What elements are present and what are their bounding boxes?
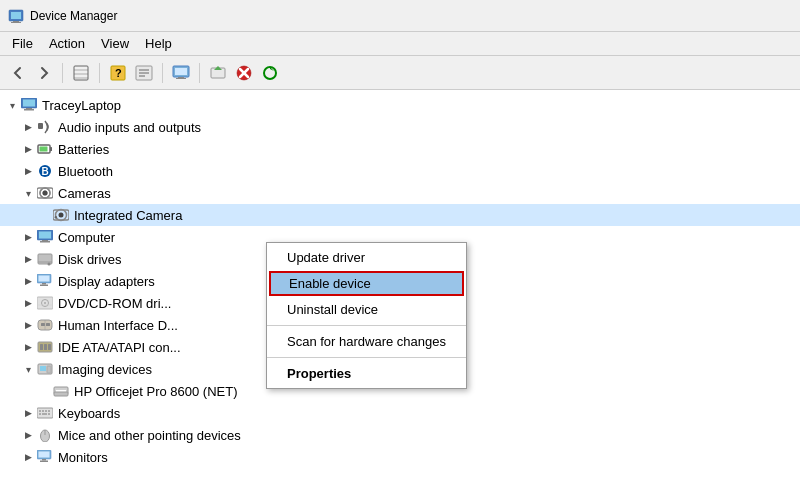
- icon-mouse: [36, 426, 54, 444]
- tree-item-mice[interactable]: ▶ Mice and other pointing devices: [0, 424, 800, 446]
- tree-label-imaging: Imaging devices: [58, 362, 152, 377]
- forward-button[interactable]: [32, 61, 56, 85]
- context-menu-scan[interactable]: Scan for hardware changes: [267, 329, 466, 354]
- toggle-hid[interactable]: ▶: [20, 317, 36, 333]
- toggle-mice[interactable]: ▶: [20, 427, 36, 443]
- context-menu-uninstall-device[interactable]: Uninstall device: [267, 297, 466, 322]
- svg-rect-80: [48, 413, 50, 415]
- toggle-monitors[interactable]: ▶: [20, 449, 36, 465]
- icon-bluetooth: B: [36, 162, 54, 180]
- svg-point-50: [48, 263, 51, 266]
- icon-keyboard: [36, 404, 54, 422]
- tree-label-hid: Human Interface D...: [58, 318, 178, 333]
- toggle-computer[interactable]: ▶: [20, 229, 36, 245]
- svg-text:?: ?: [115, 67, 122, 79]
- svg-rect-85: [42, 459, 46, 461]
- icon-hp-officejet: [52, 382, 70, 400]
- icon-computer2: [36, 228, 54, 246]
- toggle-disk[interactable]: ▶: [20, 251, 36, 267]
- toggle-audio[interactable]: ▶: [20, 119, 36, 135]
- toggle-int-camera: [36, 207, 52, 223]
- icon-battery: [36, 140, 54, 158]
- svg-rect-27: [26, 108, 32, 109]
- menu-action[interactable]: Action: [41, 34, 93, 53]
- help-button[interactable]: ?: [106, 61, 130, 85]
- title-bar-text: Device Manager: [30, 9, 117, 23]
- tree-item-root[interactable]: ▾ TraceyLaptop: [0, 94, 800, 116]
- svg-rect-53: [42, 283, 46, 285]
- svg-rect-2: [13, 21, 19, 22]
- svg-rect-28: [24, 109, 34, 111]
- toggle-root[interactable]: ▾: [4, 97, 20, 113]
- svg-rect-29: [38, 123, 43, 129]
- toggle-display[interactable]: ▶: [20, 273, 36, 289]
- toolbar-sep-2: [99, 63, 100, 83]
- svg-rect-54: [40, 285, 48, 287]
- tree-label-monitors: Monitors: [58, 450, 108, 465]
- svg-text:●: ●: [54, 214, 58, 220]
- svg-rect-47: [40, 241, 50, 243]
- scan-button[interactable]: [258, 61, 282, 85]
- main-area: ▾ TraceyLaptop ▶ Audio in: [0, 90, 800, 500]
- tree-label-root: TraceyLaptop: [42, 98, 121, 113]
- tree-item-cameras[interactable]: ▾ Cameras: [0, 182, 800, 204]
- tree-item-bluetooth[interactable]: ▶ B Bluetooth: [0, 160, 800, 182]
- icon-imaging: [36, 360, 54, 378]
- back-button[interactable]: [6, 61, 30, 85]
- icon-disk: [36, 250, 54, 268]
- title-bar: Device Manager: [0, 0, 800, 32]
- menu-file[interactable]: File: [4, 34, 41, 53]
- context-menu-sep-2: [267, 357, 466, 358]
- tree-item-batteries[interactable]: ▶ Batteries: [0, 138, 800, 160]
- svg-point-41: [59, 213, 64, 218]
- tree-item-monitors[interactable]: ▶ Monitors: [0, 446, 800, 468]
- uninstall-button[interactable]: [232, 61, 256, 85]
- toolbar-sep-3: [162, 63, 163, 83]
- properties-button[interactable]: [132, 61, 156, 85]
- toggle-bluetooth[interactable]: ▶: [20, 163, 36, 179]
- icon-integrated-camera: ●: [52, 206, 70, 224]
- app-icon: [8, 8, 24, 24]
- svg-rect-16: [178, 77, 184, 78]
- svg-point-39: [43, 191, 48, 196]
- toggle-batteries[interactable]: ▶: [20, 141, 36, 157]
- tree-label-ide: IDE ATA/ATAPI con...: [58, 340, 181, 355]
- tree-item-integrated-camera[interactable]: ● Integrated Camera: [0, 204, 800, 226]
- svg-rect-66: [48, 344, 51, 350]
- svg-rect-79: [42, 413, 47, 415]
- toggle-cameras[interactable]: ▾: [20, 185, 36, 201]
- icon-monitors: [36, 448, 54, 466]
- context-menu-enable-device[interactable]: Enable device: [269, 271, 464, 296]
- svg-rect-72: [54, 392, 68, 396]
- tree-label-disk: Disk drives: [58, 252, 122, 267]
- menu-bar: File Action View Help: [0, 32, 800, 56]
- svg-rect-78: [39, 413, 41, 415]
- context-menu-properties[interactable]: Properties: [267, 361, 466, 386]
- tree-label-computer: Computer: [58, 230, 115, 245]
- tree-item-audio[interactable]: ▶ Audio inputs and outputs: [0, 116, 800, 138]
- context-menu-sep-1: [267, 325, 466, 326]
- icon-ide: [36, 338, 54, 356]
- svg-text:B: B: [42, 166, 49, 177]
- toggle-ide[interactable]: ▶: [20, 339, 36, 355]
- svg-rect-76: [45, 410, 47, 412]
- toggle-imaging[interactable]: ▾: [20, 361, 36, 377]
- context-menu-update-driver[interactable]: Update driver: [267, 245, 466, 270]
- svg-rect-84: [39, 452, 50, 458]
- svg-rect-74: [39, 410, 41, 412]
- svg-rect-3: [11, 22, 21, 23]
- tree-label-integrated-camera: Integrated Camera: [74, 208, 182, 223]
- svg-rect-60: [41, 323, 45, 326]
- svg-rect-86: [40, 461, 48, 463]
- toggle-dvd[interactable]: ▶: [20, 295, 36, 311]
- svg-rect-77: [48, 410, 50, 412]
- update-driver-button[interactable]: [206, 61, 230, 85]
- tree-label-cameras: Cameras: [58, 186, 111, 201]
- tree-item-keyboards[interactable]: ▶ Keyboards: [0, 402, 800, 424]
- svg-rect-52: [39, 276, 50, 282]
- tree-view-button[interactable]: [69, 61, 93, 85]
- monitor-button[interactable]: [169, 61, 193, 85]
- toggle-keyboards[interactable]: ▶: [20, 405, 36, 421]
- menu-view[interactable]: View: [93, 34, 137, 53]
- menu-help[interactable]: Help: [137, 34, 180, 53]
